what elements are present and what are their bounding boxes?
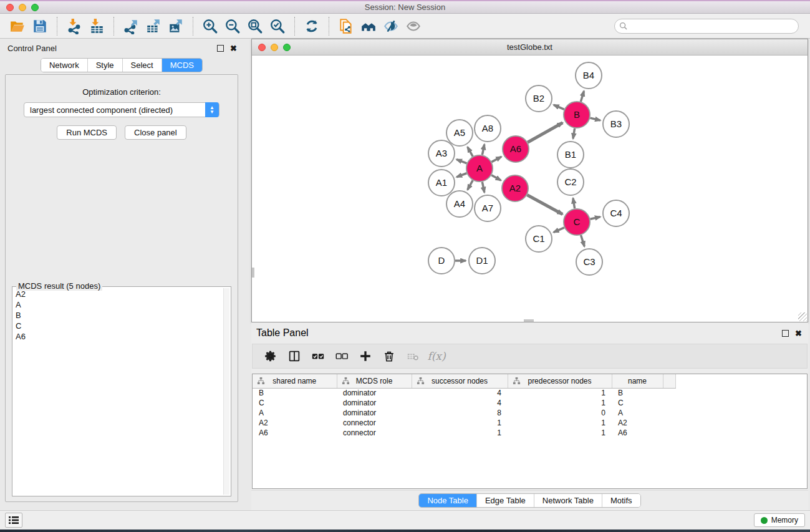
table-row[interactable]: Cdominator41C: [253, 398, 675, 408]
graph-node-B[interactable]: B: [564, 102, 590, 128]
apply-layout-refresh-icon[interactable]: [301, 16, 323, 37]
column-header-mcds-role[interactable]: MCDS role: [337, 374, 412, 388]
graph-edge-C-C2[interactable]: [573, 198, 575, 209]
import-network-icon[interactable]: [63, 16, 85, 37]
network-canvas[interactable]: B4B2BB3B1A5A8A6A3AA1A2C2A4A7C4CC1C3DD1: [252, 56, 808, 322]
close-panel-icon[interactable]: ✖: [230, 45, 237, 52]
mcds-result-item[interactable]: A6: [14, 331, 223, 342]
new-network-from-selection-icon[interactable]: [335, 16, 357, 37]
graph-node-C4[interactable]: C4: [603, 200, 629, 226]
graph-node-B4[interactable]: B4: [576, 62, 602, 89]
graph-node-C3[interactable]: C3: [576, 249, 602, 275]
graph-edge-B-B4[interactable]: [581, 91, 584, 102]
graph-node-A8[interactable]: A8: [475, 115, 501, 142]
tab-network-table[interactable]: Network Table: [534, 494, 602, 507]
graph-edge-A-A3[interactable]: [456, 160, 466, 163]
zoom-in-icon[interactable]: [199, 16, 221, 37]
graph-node-A5[interactable]: A5: [446, 120, 473, 146]
table-row[interactable]: Bdominator41B: [253, 388, 675, 398]
table-row[interactable]: A6connector11A6: [253, 428, 675, 438]
close-panel-button[interactable]: Close panel: [125, 125, 186, 140]
graph-edge-A-A5[interactable]: [468, 147, 473, 157]
float-table-panel-icon[interactable]: [782, 330, 789, 337]
table-row[interactable]: Adominator80A: [253, 408, 675, 418]
column-header-name[interactable]: name: [612, 374, 663, 388]
graph-edge-A-A1[interactable]: [456, 173, 466, 177]
graph-edge-B-B2[interactable]: [554, 105, 564, 109]
graph-edge-C-C4[interactable]: [590, 217, 600, 220]
network-graph[interactable]: B4B2BB3B1A5A8A6A3AA1A2C2A4A7C4CC1C3DD1: [252, 56, 807, 322]
resize-grip[interactable]: [798, 312, 807, 321]
select-all-icon[interactable]: [306, 346, 330, 367]
graph-edge-A-A7[interactable]: [482, 182, 484, 193]
add-column-icon[interactable]: [354, 346, 377, 367]
gear-icon[interactable]: [259, 346, 282, 367]
graph-node-A3[interactable]: A3: [428, 140, 455, 167]
column-header-successor-nodes[interactable]: successor nodes: [412, 374, 508, 388]
export-table-icon[interactable]: [142, 16, 165, 37]
tab-network[interactable]: Network: [41, 59, 87, 72]
graph-node-A7[interactable]: A7: [475, 195, 501, 221]
graph-node-C1[interactable]: C1: [526, 226, 552, 252]
delete-column-icon[interactable]: [377, 346, 401, 367]
table-row[interactable]: A2connector11A2: [253, 418, 675, 428]
criterion-dropdown[interactable]: largest connected component (directed) ▲…: [24, 102, 219, 117]
mcds-result-item[interactable]: C: [14, 321, 223, 331]
graph-node-D[interactable]: D: [428, 248, 455, 274]
graph-edge-A-A6[interactable]: [491, 157, 501, 162]
column-header-shared-name[interactable]: shared name: [253, 374, 337, 388]
result-scrollbar[interactable]: [223, 288, 229, 495]
tab-edge-table[interactable]: Edge Table: [476, 494, 534, 507]
run-mcds-button[interactable]: Run MCDS: [57, 125, 117, 140]
vertical-scroll-thumb[interactable]: [252, 268, 254, 278]
graph-node-D1[interactable]: D1: [469, 248, 495, 274]
first-neighbors-icon[interactable]: [357, 16, 380, 37]
float-panel-icon[interactable]: [217, 45, 224, 52]
deselect-all-icon[interactable]: [330, 346, 354, 367]
export-image-icon[interactable]: [165, 16, 187, 37]
save-session-icon[interactable]: [29, 16, 51, 37]
graph-edge-B-B3[interactable]: [590, 118, 600, 120]
tab-node-table[interactable]: Node Table: [419, 494, 476, 507]
graph-edge-A-A8[interactable]: [482, 144, 484, 155]
graph-node-A1[interactable]: A1: [428, 170, 455, 196]
graph-edge-A-A4[interactable]: [468, 180, 473, 190]
graph-node-C2[interactable]: C2: [557, 169, 584, 195]
open-file-icon[interactable]: [6, 16, 29, 37]
graph-node-B3[interactable]: B3: [603, 111, 629, 137]
graph-edge-C-C3[interactable]: [581, 235, 585, 246]
column-header-predecessor-nodes[interactable]: predecessor nodes: [508, 374, 612, 388]
graph-edge-B-B1[interactable]: [573, 128, 575, 139]
import-table-icon[interactable]: [85, 16, 108, 37]
graph-edge-A-A2[interactable]: [491, 175, 501, 181]
graph-node-A6[interactable]: A6: [503, 136, 529, 162]
mcds-result-item[interactable]: A: [14, 299, 223, 310]
graph-edge-A2-C[interactable]: [527, 195, 562, 215]
task-history-icon[interactable]: [5, 513, 22, 528]
search-input[interactable]: [614, 19, 799, 34]
graph-node-B1[interactable]: B1: [557, 142, 584, 168]
mcds-result-item[interactable]: B: [14, 310, 223, 321]
network-window-titlebar[interactable]: testGlobe.txt: [252, 39, 808, 56]
graph-node-C[interactable]: C: [564, 209, 590, 235]
memory-button[interactable]: Memory: [754, 513, 805, 527]
graph-node-A2[interactable]: A2: [502, 175, 528, 201]
tab-mcds[interactable]: MCDS: [162, 59, 202, 72]
tab-select[interactable]: Select: [122, 59, 162, 72]
graph-node-A[interactable]: A: [466, 155, 493, 181]
column-view-icon[interactable]: [282, 346, 306, 367]
graph-edge-A6-B[interactable]: [528, 123, 562, 143]
horizontal-scroll-thumb[interactable]: [524, 319, 534, 322]
export-network-icon[interactable]: [120, 16, 142, 37]
zoom-out-icon[interactable]: [221, 16, 244, 37]
tab-motifs[interactable]: Motifs: [602, 494, 640, 507]
graph-node-A4[interactable]: A4: [446, 191, 473, 217]
graph-node-B2[interactable]: B2: [526, 85, 552, 112]
tab-style[interactable]: Style: [87, 59, 122, 72]
mcds-result-item[interactable]: A2: [14, 289, 223, 299]
graph-edge-C-C1[interactable]: [554, 228, 564, 233]
zoom-selected-icon[interactable]: [266, 16, 289, 37]
hide-graphics-details-icon[interactable]: [380, 16, 402, 37]
close-table-panel-icon[interactable]: ✖: [795, 330, 802, 337]
zoom-fit-icon[interactable]: [244, 16, 266, 37]
